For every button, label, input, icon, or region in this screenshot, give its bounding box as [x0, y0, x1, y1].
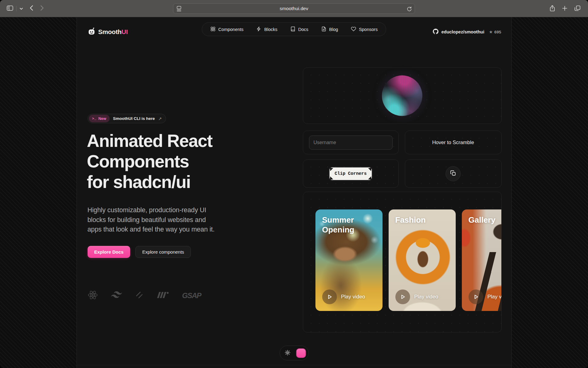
card-title: Summer Opening [322, 215, 377, 235]
reader-icon [176, 6, 182, 13]
forward-button[interactable] [40, 5, 44, 12]
sidebar-toggle-icon [7, 6, 13, 12]
play-icon [469, 289, 483, 304]
sun-icon [285, 350, 291, 357]
terminal-icon: >_ [92, 117, 96, 121]
webpage-content: SmoothUI Components [77, 17, 512, 368]
nav-item-blog[interactable]: Blog [321, 26, 338, 33]
tab-overview-button[interactable] [574, 5, 581, 12]
card-title: Fashion [395, 215, 450, 225]
accent-theme-button[interactable] [296, 348, 306, 358]
explore-docs-button[interactable]: Explore Docs [88, 246, 130, 258]
tailwind-icon [111, 291, 122, 300]
site-logo[interactable]: SmoothUI [88, 26, 128, 38]
heart-icon [351, 26, 356, 33]
nav-item-blocks[interactable]: Blocks [256, 26, 277, 33]
scramble-demo-card[interactable]: Hover to Scramble [405, 131, 502, 154]
nav-label: Docs [298, 27, 308, 32]
card-title: Gallery [469, 215, 502, 225]
book-icon [290, 26, 296, 33]
main-nav: Components Blocks [202, 22, 386, 36]
carousel-card-summer[interactable]: Summer Opening Play video [315, 209, 383, 311]
github-stars: ★ 695 [489, 29, 501, 34]
clip-corners-button[interactable]: Clip Corners [330, 167, 372, 180]
refresh-button[interactable] [407, 6, 412, 13]
play-video-button[interactable]: Play video [469, 289, 502, 304]
play-video-label: Play video [488, 294, 502, 300]
brand-accent: UI [122, 28, 128, 35]
page-backdrop: SmoothUI Components [0, 17, 588, 368]
url-bar[interactable]: smoothui.dev [173, 3, 415, 14]
github-repo-name: educlopez/smoothui [441, 29, 484, 34]
browser-window: smoothui.dev [0, 0, 588, 368]
nav-label: Blocks [264, 27, 277, 32]
play-icon [395, 289, 410, 304]
copy-demo-card [405, 159, 502, 188]
forward-icon [40, 5, 44, 12]
section-divider [77, 365, 511, 365]
scramble-label: Hover to Scramble [432, 140, 474, 145]
gsap-wordmark: GSAP [182, 291, 201, 300]
username-input[interactable] [309, 136, 393, 150]
play-video-label: Play video [414, 294, 438, 300]
subtitle-line: Highly customizable, production-ready UI [88, 205, 215, 215]
new-tab-icon [562, 6, 567, 12]
nav-item-components[interactable]: Components [210, 26, 243, 33]
tech-logos-row: GSAP [88, 290, 201, 301]
browser-chrome: smoothui.dev [0, 0, 588, 17]
star-count: 695 [494, 30, 501, 34]
nav-label: Sponsors [359, 27, 378, 32]
back-icon [30, 5, 33, 12]
light-theme-button[interactable] [285, 350, 291, 357]
title-line: for shadcn/ui [87, 172, 213, 192]
clip-corner-icon [368, 168, 371, 171]
cta-row: Explore Docs Explore components [88, 246, 191, 258]
star-icon: ★ [489, 29, 493, 34]
reader-button[interactable] [176, 6, 182, 13]
clip-corner-icon [330, 168, 333, 171]
nav-label: Components [218, 27, 243, 32]
new-tab-button[interactable] [562, 6, 567, 12]
title-line: Components [87, 151, 213, 172]
play-video-label: Play video [341, 294, 365, 300]
play-video-button[interactable]: Play video [322, 289, 365, 304]
react-icon [88, 290, 98, 301]
brand-name: SmoothUI [98, 28, 128, 36]
subtitle-line: apps that look and feel the way you mean… [88, 225, 215, 235]
page-title: Animated React Components for shadcn/ui [87, 131, 213, 192]
robot-logo-icon [88, 27, 96, 37]
chrome-left-controls [0, 5, 44, 12]
refresh-icon [407, 6, 412, 13]
theme-toggle [280, 346, 309, 360]
motion-icon [156, 291, 169, 300]
nav-item-sponsors[interactable]: Sponsors [351, 26, 378, 33]
username-demo-card [303, 131, 399, 154]
chrome-separator [16, 6, 17, 11]
arrow-up-right-icon: ↗ [158, 116, 162, 121]
badge-text: SmoothUI CLI is here [113, 116, 155, 121]
clip-corner-icon [368, 176, 371, 179]
carousel-track[interactable]: Summer Opening Play video Fashion [315, 209, 502, 311]
announcement-badge[interactable]: >_ New SmoothUI CLI is here ↗ [88, 114, 166, 123]
copy-button[interactable] [446, 166, 461, 181]
clip-corners-label: Clip Corners [335, 171, 367, 176]
badge-tag-label: New [98, 117, 106, 121]
pixel-sphere-card [303, 67, 502, 124]
github-link[interactable]: educlopez/smoothui ★ 695 [433, 26, 501, 38]
nav-item-docs[interactable]: Docs [290, 26, 308, 33]
sidebar-toggle-button[interactable] [7, 6, 13, 12]
carousel-card-gallery[interactable]: Gallery Play video [462, 209, 502, 311]
chrome-right-controls [549, 0, 588, 17]
hero-subtitle: Highly customizable, production-ready UI… [88, 205, 215, 235]
carousel-card-fashion[interactable]: Fashion Play video [389, 209, 456, 311]
url-text: smoothui.dev [280, 6, 308, 11]
explore-components-button[interactable]: Explore components [135, 246, 191, 258]
gradient-orb [382, 75, 422, 116]
back-button[interactable] [30, 5, 33, 12]
share-button[interactable] [549, 5, 555, 13]
chevron-down-icon [20, 6, 23, 11]
play-video-button[interactable]: Play video [395, 289, 438, 304]
subtitle-line: blocks for building beautiful websites a… [88, 215, 215, 225]
sidebar-menu-chevron[interactable] [20, 6, 23, 11]
tabs-icon [574, 5, 581, 12]
